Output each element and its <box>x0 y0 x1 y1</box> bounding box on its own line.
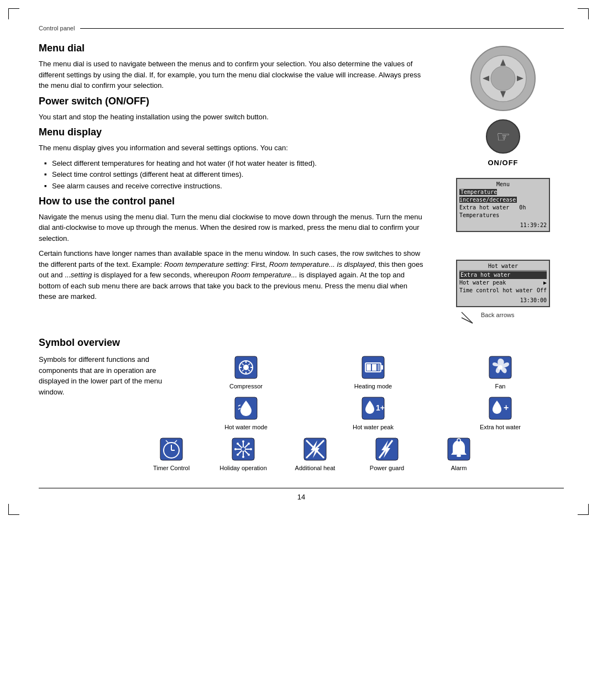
how-to-use-para2: Certain functions have longer names than… <box>39 248 426 302</box>
svg-point-46 <box>234 448 237 450</box>
screen-row2: Extra hot water 0h <box>459 204 547 212</box>
additional-heat-label: Additional heat <box>295 465 336 471</box>
fan-label: Fan <box>495 383 506 390</box>
bullet-3: See alarm causes and receive corrective … <box>44 181 426 192</box>
content-area: Menu dial The menu dial is used to navig… <box>39 43 564 326</box>
bullet-2: Select time control settings (different … <box>44 169 426 181</box>
screen-row3: Temperatures <box>459 212 547 219</box>
alarm-label: Alarm <box>451 465 467 471</box>
svg-point-2 <box>491 66 515 91</box>
how-to-use-para1: Navigate the menus using the menu dial. … <box>39 212 426 244</box>
svg-text:☞: ☞ <box>496 128 510 145</box>
hw-row2: Hot water peak▶ <box>459 279 547 287</box>
screen-row1: Temperature increase/decrease <box>459 188 547 204</box>
hot-water-mode-icon <box>233 395 259 422</box>
holiday-operation-icon <box>230 436 256 462</box>
symbol-power-guard: Power guard <box>351 436 423 471</box>
power-switch-image: ☞ <box>481 114 525 159</box>
bullet-1: Select different temperatures for heatin… <box>44 158 426 170</box>
hot-water-peak-label: Hot water peak <box>353 424 394 430</box>
menu-display-bullets: Select different temperatures for heatin… <box>39 158 426 192</box>
symbol-description: Symbols for different functions and comp… <box>39 354 182 430</box>
symbol-hot-water-mode: Hot water mode <box>182 395 310 430</box>
timer-control-icon <box>158 436 185 462</box>
svg-line-10 <box>462 318 473 323</box>
page-footer: 14 <box>39 488 564 501</box>
svg-rect-22 <box>372 364 376 371</box>
svg-point-47 <box>250 448 252 450</box>
corner-mark-tr <box>578 8 589 19</box>
svg-point-48 <box>237 443 239 445</box>
power-guard-label: Power guard <box>370 465 404 471</box>
svg-point-44 <box>242 440 244 443</box>
symbol-grid-outer: Symbols for different functions and comp… <box>39 354 564 430</box>
svg-point-52 <box>241 447 245 451</box>
menu-dial-heading: Menu dial <box>39 43 426 54</box>
svg-point-50 <box>248 443 250 445</box>
additional-heat-icon <box>302 436 328 462</box>
svg-point-49 <box>248 454 250 456</box>
hot-water-mode-label: Hot water mode <box>224 424 268 430</box>
italic-1: Room temperature setting <box>164 260 247 269</box>
power-switch-section: Power switch (ON/OFF) You start and stop… <box>39 96 426 123</box>
symbol-alarm: Alarm <box>423 436 495 471</box>
symbol-hot-water-peak: 1+ Hot water peak <box>310 395 437 430</box>
symbol-overview-heading: Symbol overview <box>39 337 564 349</box>
corner-mark-br <box>578 504 589 515</box>
menu-dial-image <box>467 43 539 114</box>
symbol-overview-section: Symbol overview Symbols for different fu… <box>39 337 564 471</box>
hw-row1: Extra hot water <box>459 271 547 279</box>
hw-title: Hot water <box>459 262 547 271</box>
hot-water-peak-icon: 1+ <box>360 395 386 422</box>
menu-display-intro: The menu display gives you information a… <box>39 143 426 154</box>
screen-title: Menu <box>459 181 547 188</box>
back-arrows-label: Back arrows <box>481 312 515 318</box>
symbol-timer-control: Timer Control <box>135 436 207 471</box>
corner-mark-bl <box>8 504 19 515</box>
symbol-extra-hot-water: + Extra hot water <box>437 395 564 430</box>
svg-rect-23 <box>378 364 380 371</box>
svg-point-62 <box>457 439 460 442</box>
menu-display-section: Menu display The menu display gives you … <box>39 127 426 192</box>
italic-4: Room temperature... <box>231 271 297 279</box>
heating-mode-label: Heating mode <box>354 383 392 390</box>
menu-display-screen: Menu Temperature increase/decrease Extra… <box>456 178 550 232</box>
compressor-label: Compressor <box>229 383 263 390</box>
screen-time: 11:39:22 <box>459 222 547 229</box>
compressor-icon <box>233 354 259 381</box>
how-to-use-heading: How to use the control panel <box>39 196 426 207</box>
corner-mark-tl <box>8 8 19 19</box>
svg-point-45 <box>242 456 244 458</box>
footer-page-number: 14 <box>297 493 305 501</box>
svg-point-13 <box>243 365 249 370</box>
holiday-operation-label: Holiday operation <box>219 465 267 471</box>
svg-rect-20 <box>381 365 383 370</box>
page: Control panel Menu dial The menu dial is… <box>0 0 597 523</box>
symbol-heating-mode: Heating mode <box>310 354 437 390</box>
alarm-icon <box>446 436 472 462</box>
extra-hot-water-icon: + <box>487 395 514 422</box>
svg-point-51 <box>237 454 239 456</box>
heating-mode-icon <box>360 354 386 381</box>
fan-icon <box>487 354 514 381</box>
symbol-fan: Fan <box>437 354 564 390</box>
side-column: ☞ ON/OFF Menu Temperature increase/decre… <box>442 43 564 326</box>
hotwater-screen: Hot water Extra hot water Hot water peak… <box>456 260 550 307</box>
on-off-label: ON/OFF <box>488 159 518 167</box>
svg-rect-21 <box>366 364 371 371</box>
power-switch-heading: Power switch (ON/OFF) <box>39 96 426 107</box>
svg-text:1+: 1+ <box>376 403 385 412</box>
menu-display-heading: Menu display <box>39 127 426 138</box>
menu-dial-section: Menu dial The menu dial is used to navig… <box>39 43 426 91</box>
svg-text:+: + <box>504 403 509 412</box>
power-guard-icon <box>374 436 400 462</box>
header-rule <box>80 28 564 29</box>
symbol-grid-bottom: Timer Control <box>39 436 564 471</box>
italic-3: setting <box>71 271 92 279</box>
timer-control-label: Timer Control <box>153 465 190 471</box>
symbol-additional-heat: Additional heat <box>279 436 351 471</box>
extra-hot-water-label: Extra hot water <box>480 424 521 430</box>
svg-line-9 <box>462 312 473 323</box>
menu-dial-text: The menu dial is used to navigate betwee… <box>39 59 426 91</box>
symbol-grid-top: Compressor Heating mode <box>182 354 564 430</box>
